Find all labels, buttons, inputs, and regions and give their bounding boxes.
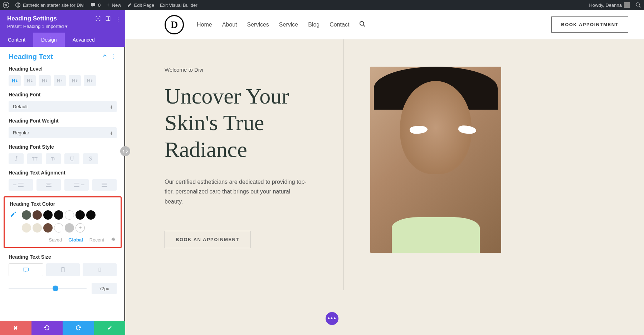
device-tabs bbox=[9, 263, 117, 276]
slider-thumb[interactable] bbox=[53, 286, 58, 291]
comments-count: 0 bbox=[98, 3, 101, 8]
wp-user-greeting[interactable]: Howdy, Deanna bbox=[589, 2, 630, 8]
site-name: Esthetician starter site for Divi bbox=[23, 3, 84, 8]
svg-line-5 bbox=[639, 6, 640, 7]
wp-new-link[interactable]: + New bbox=[106, 2, 121, 8]
cancel-button[interactable]: ✖ bbox=[0, 321, 31, 335]
wp-site-link[interactable]: Esthetician starter site for Divi bbox=[15, 2, 84, 8]
h1-button[interactable]: H1 bbox=[9, 75, 21, 86]
h5-button[interactable]: H5 bbox=[69, 75, 81, 86]
svg-rect-7 bbox=[106, 16, 110, 20]
heading-level-group: H1 H2 H3 H4 H5 H6 bbox=[9, 75, 117, 86]
nav-about[interactable]: About bbox=[222, 21, 237, 28]
more-icon[interactable]: ⋮ bbox=[115, 16, 121, 23]
collapse-icon[interactable] bbox=[102, 53, 107, 60]
add-color-button[interactable]: + bbox=[75, 223, 85, 233]
h6-button[interactable]: H6 bbox=[84, 75, 96, 86]
select-arrows-icon: ▴▾ bbox=[111, 105, 112, 109]
label-font-style: Heading Font Style bbox=[9, 144, 117, 150]
sidebar-header: Heading Settings Preset: Heading 1 impor… bbox=[0, 10, 125, 33]
align-right-button[interactable] bbox=[64, 179, 89, 191]
tab-content[interactable]: Content bbox=[0, 33, 33, 47]
tab-design[interactable]: Design bbox=[33, 33, 65, 47]
size-slider[interactable] bbox=[9, 288, 87, 289]
color-swatch[interactable] bbox=[22, 210, 31, 220]
weight-select[interactable]: Regular ▴▾ bbox=[9, 127, 117, 138]
hero-cta-button[interactable]: BOOK AN APPOINMENT bbox=[165, 231, 250, 248]
redo-button[interactable] bbox=[63, 321, 94, 335]
nav-contact[interactable]: Contact bbox=[330, 21, 349, 28]
label-heading-level: Heading Level bbox=[9, 66, 117, 72]
color-swatch[interactable] bbox=[75, 210, 85, 220]
wp-search-icon[interactable] bbox=[635, 2, 641, 8]
eyedropper-icon[interactable] bbox=[10, 211, 18, 220]
wp-exit-vb[interactable]: Exit Visual Builder bbox=[160, 3, 197, 8]
font-style-group: I TT TT U S bbox=[9, 153, 117, 164]
undo-button[interactable] bbox=[31, 321, 63, 335]
sidebar-tabs: Content Design Advanced bbox=[0, 33, 125, 47]
sidebar-content: Heading Text ⋮ Heading Level H1 H2 H3 H4… bbox=[0, 47, 125, 321]
preview-header: D Home About Services Service Blog Conta… bbox=[125, 10, 644, 39]
hero-welcome-text: Welcome to Divi bbox=[165, 67, 329, 73]
search-icon[interactable] bbox=[359, 21, 366, 29]
h2-button[interactable]: H2 bbox=[24, 75, 36, 86]
site-logo[interactable]: D bbox=[165, 15, 184, 34]
smallcaps-button[interactable]: TT bbox=[46, 153, 61, 164]
color-tab-global[interactable]: Global bbox=[68, 237, 83, 243]
color-swatch[interactable] bbox=[54, 223, 63, 233]
nav-home[interactable]: Home bbox=[197, 21, 212, 28]
hero-section: Welcome to Divi Uncover Your Skin's True… bbox=[125, 39, 644, 290]
tab-advanced[interactable]: Advanced bbox=[65, 33, 103, 47]
color-tab-recent[interactable]: Recent bbox=[89, 237, 104, 243]
save-button[interactable]: ✔ bbox=[94, 321, 126, 335]
nav-blog[interactable]: Blog bbox=[308, 21, 319, 28]
svg-point-6 bbox=[98, 18, 98, 19]
color-swatch[interactable] bbox=[65, 210, 74, 220]
uppercase-button[interactable]: TT bbox=[27, 153, 42, 164]
device-desktop-button[interactable] bbox=[9, 263, 43, 276]
sidebar-resize-handle[interactable] bbox=[120, 146, 130, 156]
align-justify-button[interactable] bbox=[92, 179, 117, 191]
h3-button[interactable]: H3 bbox=[39, 75, 51, 86]
underline-button[interactable]: U bbox=[64, 153, 79, 164]
wp-edit-page[interactable]: Edit Page bbox=[127, 3, 154, 8]
label-font-weight: Heading Font Weight bbox=[9, 118, 117, 124]
color-swatch[interactable] bbox=[43, 210, 53, 220]
color-tab-saved[interactable]: Saved bbox=[49, 237, 62, 243]
color-swatch[interactable] bbox=[22, 223, 31, 233]
align-center-button[interactable] bbox=[36, 179, 61, 191]
device-tablet-button[interactable] bbox=[46, 263, 80, 276]
color-swatch[interactable] bbox=[43, 223, 53, 233]
focus-icon[interactable] bbox=[95, 16, 101, 23]
wp-logo-icon[interactable] bbox=[3, 2, 9, 8]
font-select[interactable]: Default ▴▾ bbox=[9, 101, 117, 112]
hero-heading[interactable]: Uncover Your Skin's True Radiance bbox=[165, 83, 329, 163]
nav-services[interactable]: Services bbox=[247, 21, 269, 28]
italic-button[interactable]: I bbox=[9, 153, 24, 164]
color-swatch[interactable] bbox=[33, 223, 42, 233]
avatar-icon bbox=[624, 2, 630, 8]
book-appointment-button[interactable]: BOOK APPOINTMENT bbox=[551, 16, 628, 33]
nav-service[interactable]: Service bbox=[279, 21, 298, 28]
color-section-highlighted: Heading Text Color bbox=[4, 196, 122, 248]
section-more-icon[interactable]: ⋮ bbox=[111, 53, 117, 60]
size-value-input[interactable]: 72px bbox=[92, 283, 117, 294]
floating-more-button[interactable]: ••• bbox=[326, 312, 338, 325]
color-swatch[interactable] bbox=[86, 210, 96, 220]
hero-image bbox=[370, 67, 501, 253]
align-group bbox=[9, 179, 117, 191]
color-swatch[interactable] bbox=[33, 210, 42, 220]
svg-line-17 bbox=[364, 25, 365, 27]
h4-button[interactable]: H4 bbox=[54, 75, 66, 86]
strikethrough-button[interactable]: S bbox=[83, 153, 98, 164]
color-swatch[interactable] bbox=[65, 223, 74, 233]
preset-selector[interactable]: Preset: Heading 1 imported ▾ bbox=[7, 24, 118, 29]
color-swatches-row1 bbox=[22, 210, 96, 220]
align-left-button[interactable] bbox=[9, 179, 33, 191]
color-settings-icon[interactable] bbox=[111, 237, 116, 243]
device-phone-button[interactable] bbox=[83, 263, 117, 276]
panel-icon[interactable] bbox=[105, 16, 111, 23]
sidebar-bottom-bar: ✖ ✔ bbox=[0, 321, 125, 335]
wp-comments-link[interactable]: 0 bbox=[90, 2, 101, 8]
color-swatch[interactable] bbox=[54, 210, 63, 220]
